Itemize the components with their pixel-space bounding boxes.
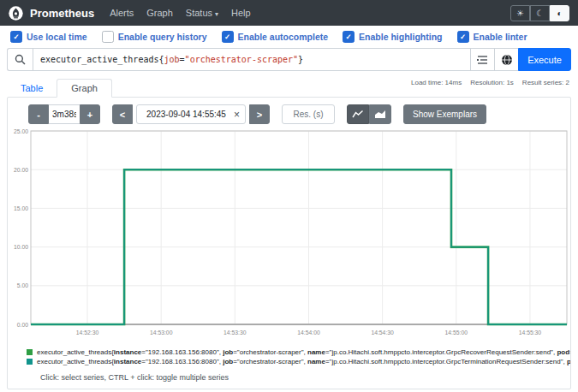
- theme-toggle-group: ☀☾◐: [510, 5, 569, 21]
- query-stats: Load time: 14ms Resolution: 1s Result se…: [411, 79, 569, 86]
- svg-text:14:54:30: 14:54:30: [371, 330, 394, 336]
- nav-item-help[interactable]: Help: [231, 8, 251, 18]
- prometheus-logo-icon: [9, 6, 23, 21]
- increase-range-button[interactable]: +: [80, 104, 100, 124]
- result-series: Result series: 2: [522, 79, 569, 86]
- checkbox-enable-query-history[interactable]: Enable query history: [102, 31, 207, 43]
- nav-item-alerts[interactable]: Alerts: [110, 8, 134, 18]
- query-expression-input[interactable]: executor_active_threads{job="orchestrato…: [33, 48, 470, 71]
- svg-text:14:53:00: 14:53:00: [150, 330, 173, 336]
- checkbox-enable-linter[interactable]: ✓Enable linter: [457, 31, 527, 43]
- time-series-chart[interactable]: 0.005.0010.0015.0020.0025.0014:52:3014:5…: [8, 128, 570, 343]
- prometheus-app: Prometheus AlertsGraphStatus▾Help ☀☾◐ ✓U…: [0, 0, 578, 392]
- execute-button[interactable]: Execute: [518, 48, 571, 71]
- prev-time-button[interactable]: <: [112, 104, 133, 124]
- show-exemplars-button[interactable]: Show Exemplars: [403, 104, 486, 124]
- svg-text:14:55:00: 14:55:00: [445, 330, 468, 336]
- series-color-swatch: [27, 359, 33, 365]
- svg-text:25.00: 25.00: [14, 128, 28, 134]
- range-input[interactable]: [49, 104, 80, 124]
- legend-hint: Click: select series, CTRL + click: togg…: [8, 367, 570, 389]
- graph-controls: - + < 2023-09-04 14:55:45 × >: [8, 98, 570, 128]
- nav-item-graph[interactable]: Graph: [146, 8, 173, 18]
- legend-item[interactable]: executor_active_threads{instance="192.16…: [27, 348, 570, 356]
- load-time: Load time: 14ms: [411, 79, 462, 86]
- svg-text:10.00: 10.00: [14, 244, 28, 250]
- checkbox-enable-highlighting[interactable]: ✓Enable highlighting: [343, 31, 442, 43]
- top-navbar: Prometheus AlertsGraphStatus▾Help ☀☾◐: [0, 0, 578, 26]
- legend-item[interactable]: executor_active_threads{instance="192.16…: [27, 358, 570, 365]
- duration-stepper: - +: [28, 104, 100, 124]
- time-picker: < 2023-09-04 14:55:45 × >: [112, 104, 270, 124]
- chart-legend: executor_active_threads{instance="192.16…: [8, 343, 570, 365]
- end-time-input[interactable]: 2023-09-04 14:55:45 ×: [136, 104, 246, 124]
- dark-theme-icon[interactable]: ☾: [530, 5, 550, 21]
- tabs-row: Table Graph Load time: 14ms Resolution: …: [0, 76, 578, 97]
- checked-icon: ✓: [10, 31, 22, 43]
- search-icon: [7, 48, 33, 71]
- svg-text:14:55:30: 14:55:30: [519, 330, 542, 336]
- stacked-chart-icon[interactable]: [369, 104, 391, 124]
- query-bar: executor_active_threads{job="orchestrato…: [7, 48, 571, 71]
- end-time-value[interactable]: 2023-09-04 14:55:45: [142, 110, 230, 119]
- svg-text:15.00: 15.00: [14, 205, 28, 211]
- decrease-range-button[interactable]: -: [28, 104, 49, 124]
- svg-text:5.00: 5.00: [17, 282, 28, 288]
- tab-table[interactable]: Table: [7, 80, 57, 97]
- svg-text:14:52:30: 14:52:30: [76, 330, 99, 336]
- nav-item-status[interactable]: Status▾: [186, 8, 218, 18]
- clear-time-icon[interactable]: ×: [230, 109, 240, 121]
- unchecked-icon: [102, 31, 114, 43]
- resolution: Resolution: 1s: [470, 79, 514, 86]
- checkbox-enable-autocomplete[interactable]: ✓Enable autocomplete: [222, 31, 329, 43]
- series-color-swatch: [27, 349, 33, 355]
- chart-type-toggle: [347, 104, 391, 124]
- next-time-button[interactable]: >: [249, 104, 270, 124]
- checked-icon: ✓: [222, 31, 234, 43]
- light-theme-icon[interactable]: ☀: [510, 5, 530, 21]
- svg-text:14:53:30: 14:53:30: [223, 330, 247, 336]
- checked-icon: ✓: [457, 31, 469, 43]
- svg-text:20.00: 20.00: [14, 167, 28, 173]
- line-chart-icon[interactable]: [347, 104, 369, 124]
- resolution-input[interactable]: [282, 104, 335, 124]
- query-options-globe-icon[interactable]: [494, 48, 518, 71]
- nav-menu: AlertsGraphStatus▾Help: [110, 8, 251, 18]
- graph-panel: - + < 2023-09-04 14:55:45 × >: [7, 97, 571, 389]
- options-row: ✓Use local timeEnable query history✓Enab…: [0, 26, 578, 46]
- svg-text:0.00: 0.00: [17, 322, 28, 328]
- auto-theme-icon[interactable]: ◐: [550, 5, 569, 21]
- checkbox-use-local-time[interactable]: ✓Use local time: [10, 31, 87, 43]
- tab-graph[interactable]: Graph: [57, 79, 112, 98]
- checked-icon: ✓: [343, 31, 355, 43]
- brand[interactable]: Prometheus: [30, 7, 94, 20]
- metrics-explorer-icon[interactable]: [470, 48, 494, 71]
- svg-text:14:54:00: 14:54:00: [297, 330, 320, 336]
